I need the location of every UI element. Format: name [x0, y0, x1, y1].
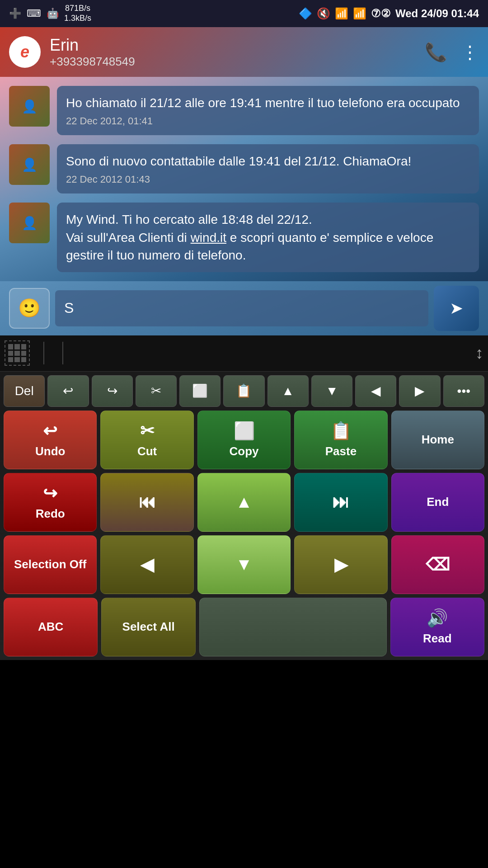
abc-key[interactable]: ABC	[4, 598, 98, 656]
redo-icon: ↪	[43, 483, 57, 503]
grid-icon[interactable]	[5, 340, 30, 366]
avatar-image: 👤	[9, 86, 50, 127]
call-icon[interactable]: 📞	[425, 42, 447, 63]
message-row: 👤 Ho chiamato il 21/12 alle ore 19:41 me…	[9, 86, 479, 135]
input-row: 🙂 ➤	[0, 281, 488, 335]
message-time: 22 Dec 2012, 01:41	[66, 115, 470, 127]
keyboard-row-3: ↪ Redo ⏮ ▲ ⏭ End	[4, 473, 484, 532]
paste-key[interactable]: 📋 Paste	[294, 410, 387, 469]
cut-key[interactable]: ✂ Cut	[100, 410, 193, 469]
read-key[interactable]: 🔊 Read	[390, 598, 484, 656]
left-small-key[interactable]: ◀	[355, 375, 396, 407]
right-small-key[interactable]: ▶	[399, 375, 440, 407]
toolbar-divider	[62, 342, 63, 364]
add-icon: ➕	[9, 8, 21, 19]
undo-icon: ↩	[43, 421, 57, 441]
redo-label: Redo	[36, 507, 65, 521]
read-label: Read	[423, 632, 452, 646]
cut-label: Cut	[137, 444, 157, 458]
keyboard-row-4: Selection Off ◀ ▼ ▶ ⌫	[4, 535, 484, 594]
selection-off-key[interactable]: Selection Off	[4, 535, 97, 594]
signal-icon: 📶	[353, 7, 366, 20]
toolbar-divider	[43, 342, 44, 364]
down-small-key[interactable]: ▼	[311, 375, 352, 407]
up-small-key[interactable]: ▲	[267, 375, 309, 407]
paste-small-key[interactable]: 📋	[223, 375, 264, 407]
contact-phone: +393398748549	[50, 55, 416, 69]
copy-key[interactable]: ⬜ Copy	[197, 410, 291, 469]
message-bubble: Ho chiamato il 21/12 alle ore 19:41 ment…	[57, 86, 479, 135]
status-right: 🔷 🔇 📶 📶 ⑦② Wed 24/09 01:44	[299, 7, 479, 20]
avatar: 👤	[9, 86, 50, 127]
header-actions: 📞 ⋮	[425, 42, 479, 63]
redo-small-key[interactable]: ↪	[92, 375, 133, 407]
keyboard-row-small: Del ↩ ↪ ✂ ⬜ 📋 ▲ ▼ ◀ ▶ •••	[4, 375, 484, 407]
copy-small-key[interactable]: ⬜	[179, 375, 221, 407]
del-key[interactable]: Del	[4, 375, 45, 407]
speaker-icon: 🔊	[427, 608, 448, 628]
redo-key[interactable]: ↪ Redo	[4, 473, 97, 532]
cut-small-key[interactable]: ✂	[136, 375, 177, 407]
avatar: 👤	[9, 203, 50, 243]
home-label: Home	[422, 433, 454, 447]
selection-label: Selection Off	[14, 557, 86, 571]
end-key[interactable]: End	[391, 473, 484, 532]
abc-label: ABC	[38, 620, 63, 634]
keyboard: Del ↩ ↪ ✂ ⬜ 📋 ▲ ▼ ◀ ▶ ••• ↩ Undo ✂ Cut ⬜…	[0, 372, 488, 660]
message-input[interactable]	[55, 290, 428, 326]
select-all-key[interactable]: Select All	[101, 598, 195, 656]
cut-icon: ✂	[140, 421, 155, 441]
emoji-button[interactable]: 🙂	[9, 288, 50, 329]
undo-small-key[interactable]: ↩	[47, 375, 89, 407]
up-key[interactable]: ▲	[197, 473, 291, 532]
resize-icon[interactable]: ↕	[475, 344, 483, 363]
copy-icon: ⬜	[234, 421, 255, 441]
message-text: Ho chiamato il 21/12 alle ore 19:41 ment…	[66, 94, 470, 112]
network-speed: 871B/s 1.3kB/s	[64, 4, 91, 23]
rewind-key[interactable]: ⏮	[100, 473, 193, 532]
keyboard-toolbar: ↕	[0, 335, 488, 372]
right-key[interactable]: ▶	[294, 535, 387, 594]
keyboard-row-5: ABC Select All 🔊 Read	[4, 598, 484, 656]
message-row: 👤 My Wind. Ti ho cercato alle 18:48 del …	[9, 203, 479, 272]
keyboard-row-2: ↩ Undo ✂ Cut ⬜ Copy 📋 Paste Home	[4, 410, 484, 469]
up-icon: ▲	[235, 492, 253, 512]
home-key[interactable]: Home	[391, 410, 484, 469]
undo-key[interactable]: ↩ Undo	[4, 410, 97, 469]
avatar-image: 👤	[9, 203, 50, 243]
message-row: 👤 Sono di nuovo contattabile dalle 19:41…	[9, 144, 479, 193]
status-left: ➕ ⌨ 🤖 871B/s 1.3kB/s	[9, 4, 91, 23]
copy-label: Copy	[230, 444, 259, 458]
date-time: Wed 24/09 01:44	[395, 7, 479, 20]
message-bubble: Sono di nuovo contattabile dalle 19:41 d…	[57, 144, 479, 193]
status-bar: ➕ ⌨ 🤖 871B/s 1.3kB/s 🔷 🔇 📶 📶 ⑦② Wed 24/0…	[0, 0, 488, 27]
battery-icon: ⑦②	[371, 7, 391, 20]
keyboard-icon: ⌨	[27, 8, 41, 19]
more-small-key[interactable]: •••	[443, 375, 484, 407]
chat-header: e Erin +393398748549 📞 ⋮	[0, 27, 488, 77]
message-text: My Wind. Ti ho cercato alle 18:48 del 22…	[66, 211, 470, 264]
more-options-icon[interactable]: ⋮	[461, 42, 479, 62]
backspace-key[interactable]: ⌫	[391, 535, 484, 594]
space-key[interactable]	[199, 598, 387, 656]
backspace-icon: ⌫	[426, 555, 450, 575]
undo-label: Undo	[35, 444, 65, 458]
left-icon: ◀	[141, 555, 154, 575]
avatar: 👤	[9, 144, 50, 185]
wifi-icon: 📶	[335, 7, 348, 20]
down-key[interactable]: ▼	[197, 535, 291, 594]
down-icon: ▼	[235, 555, 253, 574]
message-text: Sono di nuovo contattabile dalle 19:41 d…	[66, 152, 470, 170]
message-bubble: My Wind. Ti ho cercato alle 18:48 del 22…	[57, 203, 479, 272]
message-time: 22 Dec 2012 01:43	[66, 174, 470, 185]
send-icon: ➤	[450, 299, 463, 318]
paste-icon: 📋	[330, 421, 352, 441]
right-icon: ▶	[334, 555, 347, 575]
left-key[interactable]: ◀	[100, 535, 193, 594]
ff-key[interactable]: ⏭	[294, 473, 387, 532]
send-button[interactable]: ➤	[434, 286, 479, 331]
chat-area: 👤 Ho chiamato il 21/12 alle ore 19:41 me…	[0, 77, 488, 281]
ff-icon: ⏭	[332, 492, 349, 512]
android-icon: 🤖	[47, 8, 59, 19]
mute-icon: 🔇	[317, 7, 330, 20]
